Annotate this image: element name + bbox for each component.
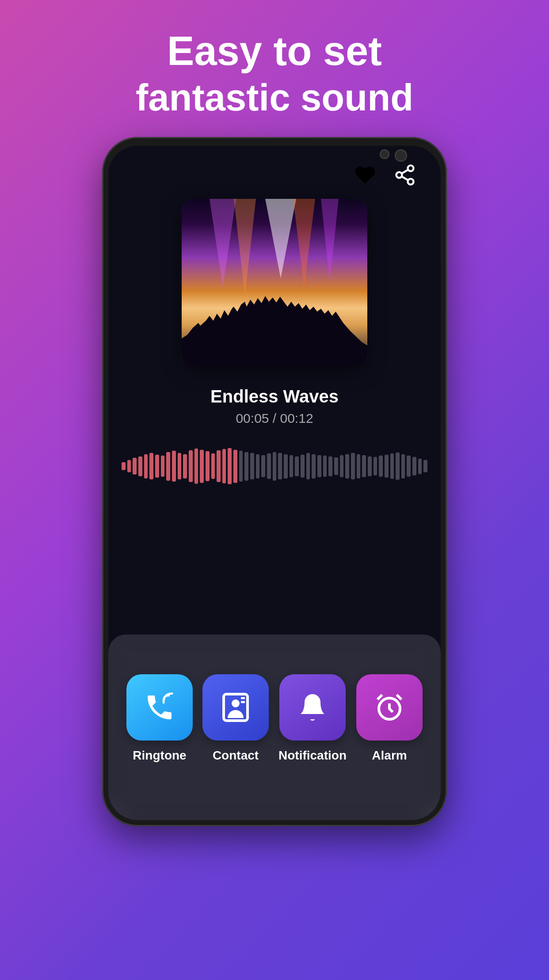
phone-mockup: Endless Waves 00:05 / 00:12 Ringtone — [102, 137, 447, 826]
alarm-section: Alarm — [356, 674, 423, 763]
wave-bar — [206, 451, 210, 481]
wave-bar — [211, 453, 215, 479]
wave-bar — [340, 455, 344, 477]
wave-bar — [317, 455, 321, 477]
svg-line-4 — [402, 170, 408, 174]
wave-bar — [284, 454, 288, 479]
wave-bar — [374, 457, 377, 475]
wave-bar — [178, 453, 182, 479]
song-title: Endless Waves — [108, 387, 441, 406]
light-beam — [210, 199, 236, 287]
wave-bar — [161, 456, 165, 477]
wave-bar — [334, 457, 338, 475]
ringtone-section: Ringtone — [126, 674, 193, 763]
song-time: 00:05 / 00:12 — [108, 411, 441, 426]
share-icon — [393, 163, 416, 186]
phone-camera — [380, 149, 407, 162]
wave-bar — [133, 458, 137, 475]
alarm-icon — [374, 691, 405, 723]
wave-bar — [396, 452, 400, 480]
wave-bar — [183, 454, 187, 479]
wave-bar — [357, 454, 361, 479]
wave-bar — [239, 451, 243, 482]
notification-button[interactable] — [279, 674, 346, 741]
wave-bar — [250, 453, 254, 479]
wave-bar — [345, 454, 349, 479]
svg-point-1 — [396, 172, 402, 178]
wave-bar — [351, 453, 355, 479]
alarm-label: Alarm — [372, 748, 407, 763]
svg-point-6 — [232, 699, 240, 707]
heart-icon — [354, 163, 377, 186]
wave-bar — [256, 454, 260, 479]
wave-bar — [418, 459, 422, 474]
wave-bar — [244, 452, 248, 481]
wave-bar — [328, 456, 332, 476]
header-line2: fantastic sound — [0, 75, 549, 120]
wave-bar — [278, 453, 282, 479]
wave-bar — [222, 449, 226, 483]
wave-bar — [122, 462, 126, 470]
wave-bar — [323, 456, 327, 477]
wave-bar — [273, 452, 277, 481]
ringtone-button[interactable] — [126, 674, 193, 741]
wave-bar — [166, 452, 170, 481]
concert-image — [182, 199, 367, 367]
wave-bar — [290, 455, 294, 477]
album-art — [182, 199, 367, 367]
wave-bar — [412, 457, 416, 475]
phone-icon — [144, 691, 175, 723]
phone-body: Endless Waves 00:05 / 00:12 Ringtone — [102, 137, 447, 826]
wave-bar — [312, 454, 316, 479]
wave-bar — [144, 454, 148, 479]
notification-label: Notification — [278, 748, 347, 763]
camera-dot-main — [395, 149, 407, 162]
header-line1: Easy to set — [0, 27, 549, 75]
header-section: Easy to set fantastic sound — [0, 0, 549, 120]
wave-bar — [200, 450, 204, 483]
wave-bar — [368, 456, 372, 476]
light-beam — [321, 199, 339, 283]
wave-bar — [295, 456, 299, 476]
wave-bar — [261, 455, 265, 477]
light-beam — [234, 199, 256, 296]
wave-bar — [217, 450, 221, 482]
camera-dot — [380, 149, 389, 159]
wave-bar — [172, 451, 176, 482]
wave-bar — [155, 455, 159, 478]
wave-bar — [149, 453, 153, 479]
wave-bar — [379, 456, 383, 477]
wave-bar — [267, 453, 271, 479]
wave-bar — [138, 456, 142, 476]
wave-bar — [401, 454, 405, 479]
notification-section: Notification — [278, 674, 347, 763]
wave-bar — [390, 453, 394, 479]
wave-bar — [233, 450, 237, 483]
wave-bar — [194, 448, 198, 484]
wave-bar — [306, 453, 310, 479]
wave-bar — [189, 450, 193, 482]
wave-bar — [362, 455, 366, 477]
light-beam — [293, 199, 315, 287]
svg-point-2 — [408, 179, 414, 185]
wave-bar — [385, 455, 389, 478]
contact-icon — [220, 691, 252, 723]
svg-point-0 — [408, 165, 414, 171]
contact-section: Contact — [202, 674, 269, 763]
waveform[interactable] — [122, 446, 427, 486]
alarm-button[interactable] — [356, 674, 423, 741]
phone-screen: Endless Waves 00:05 / 00:12 Ringtone — [108, 146, 441, 820]
wave-bar — [407, 456, 411, 477]
wave-bar — [423, 460, 427, 472]
ringtone-label: Ringtone — [133, 748, 186, 763]
share-button[interactable] — [393, 163, 416, 186]
wave-bar — [228, 448, 232, 484]
bell-icon — [297, 691, 328, 723]
contact-button[interactable] — [202, 674, 269, 741]
favorite-button[interactable] — [354, 163, 377, 186]
wave-bar — [301, 455, 305, 478]
action-panel: Ringtone Contact — [108, 634, 441, 820]
light-beam — [265, 199, 296, 278]
svg-line-3 — [402, 176, 408, 180]
top-actions — [354, 163, 416, 186]
